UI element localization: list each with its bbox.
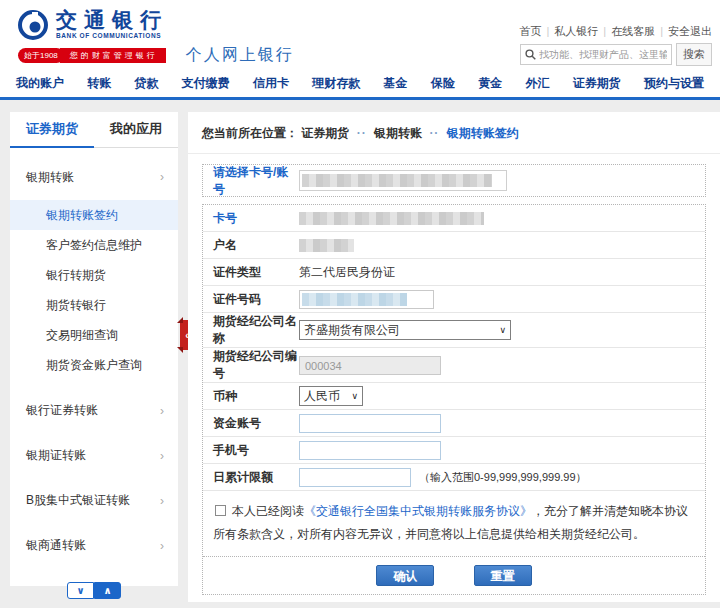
daily-limit-hint: （输入范围0-99,999,999,999.99） xyxy=(419,470,587,485)
agreement-text-before: 本人已经阅读 xyxy=(232,504,304,518)
top-link-private-banking[interactable]: 私人银行 xyxy=(554,25,598,37)
form-row-fund-account: 资金账号 xyxy=(203,410,705,437)
boc-logo-icon xyxy=(18,10,48,40)
sidebar-group-bank-securities-transfer[interactable]: 银行证券转账 › xyxy=(10,388,178,433)
search-button[interactable]: 搜索 xyxy=(676,43,712,66)
dropdown-arrow-icon: ∨ xyxy=(351,391,358,401)
signing-form: 请选择卡号/账号 卡号 户名 证件类型 第二代居民身份证 证件号码 xyxy=(202,164,706,608)
search-placeholder: 找功能、找理财产品、这里输入。 xyxy=(539,48,667,62)
sidebar-item-bank-to-futures[interactable]: 银行转期货 xyxy=(10,260,178,290)
chevron-down-icon[interactable]: ∨ xyxy=(67,582,94,599)
sidebar-tab-securities-futures[interactable]: 证券期货 xyxy=(10,112,94,148)
form-row-mobile-number: 手机号 xyxy=(203,437,705,464)
daily-limit-input[interactable] xyxy=(299,468,411,487)
nav-appointments-settings[interactable]: 预约与设置 xyxy=(644,75,704,92)
card-select-label: 请选择卡号/账号 xyxy=(203,164,299,198)
top-link-home[interactable]: 首页 xyxy=(519,25,541,37)
header: 交通银行 BANK OF COMMUNICATIONS 始于1908 您的财富管… xyxy=(0,0,720,70)
nav-insurance[interactable]: 保险 xyxy=(431,75,455,92)
futures-company-selected: 齐盛期货有限公司 xyxy=(304,322,400,339)
id-type-value: 第二代居民身份证 xyxy=(299,264,395,281)
nav-gold[interactable]: 黄金 xyxy=(478,75,502,92)
chevron-right-icon: › xyxy=(160,170,164,184)
nav-my-accounts[interactable]: 我的账户 xyxy=(16,75,64,92)
redacted-card-number xyxy=(302,174,492,187)
form-row-daily-limit: 日累计限额 （输入范围0-99,999,999,999.99） xyxy=(203,464,705,491)
sidebar: 证券期货 我的应用 银期转账 › 银期转账签约 客户签约信息维护 银行转期货 期… xyxy=(10,112,178,586)
form-table: 卡号 户名 证件类型 第二代居民身份证 证件号码 期货经纪公司名称 xyxy=(202,204,706,595)
form-row-futures-company-code: 期货经纪公司编号 000034 xyxy=(203,348,705,383)
chevron-up-icon[interactable]: ∧ xyxy=(94,582,121,599)
top-link-logout[interactable]: 安全退出 xyxy=(668,25,712,37)
confirm-button[interactable]: 确认 xyxy=(376,565,434,586)
sidebar-item-bank-futures-signing[interactable]: 银期转账签约 xyxy=(10,200,178,230)
nav-forex[interactable]: 外汇 xyxy=(525,75,549,92)
agreement-checkbox[interactable] xyxy=(215,505,226,516)
top-link-online-service[interactable]: 在线客服 xyxy=(611,25,655,37)
breadcrumb-item-securities-futures[interactable]: 证券期货 xyxy=(301,126,349,140)
sidebar-group-bank-futures-securities-transfer[interactable]: 银期证转账 › xyxy=(10,433,178,478)
bank-logo: 交通银行 BANK OF COMMUNICATIONS xyxy=(18,8,168,40)
sidebar-item-transaction-detail-query[interactable]: 交易明细查询 xyxy=(10,320,178,350)
redacted-id-number xyxy=(302,293,407,306)
form-row-card-number: 卡号 xyxy=(203,205,705,232)
chevron-right-icon: › xyxy=(160,449,164,463)
chevron-right-icon: › xyxy=(160,494,164,508)
breadcrumb-item-bank-futures-transfer[interactable]: 银期转账 xyxy=(374,126,422,140)
ribbon-since-1908: 始于1908 xyxy=(18,48,64,63)
nav-payments[interactable]: 支付缴费 xyxy=(182,75,230,92)
search-icon xyxy=(525,49,536,60)
reset-button[interactable]: 重置 xyxy=(474,565,532,586)
nav-wealth-deposits[interactable]: 理财存款 xyxy=(312,75,360,92)
chevron-right-icon: › xyxy=(160,404,164,418)
search-input[interactable]: 找功能、找理财产品、这里输入。 xyxy=(520,44,672,65)
redacted-card-number-value xyxy=(299,212,484,225)
brand-ribbon: 始于1908 您的财富管理银行 个人网上银行 xyxy=(18,45,294,66)
breadcrumb-item-current: 银期转账签约 xyxy=(447,126,519,140)
nav-funds[interactable]: 基金 xyxy=(384,75,408,92)
fund-account-input[interactable] xyxy=(299,414,441,433)
breadcrumb-separator: ·· xyxy=(357,126,367,140)
sidebar-group-bank-futures-transfer[interactable]: 银期转账 › xyxy=(10,158,178,196)
main-panel: 您当前所在位置： 证券期货 ·· 银期转账 ·· 银期转账签约 请选择卡号/账号… xyxy=(188,112,720,602)
redacted-account-name xyxy=(299,239,354,252)
portal-title: 个人网上银行 xyxy=(186,45,294,66)
sidebar-tab-my-apps[interactable]: 我的应用 xyxy=(94,112,178,148)
main-nav: 我的账户 转账 贷款 支付缴费 信用卡 理财存款 基金 保险 黄金 外汇 证券期… xyxy=(0,70,720,100)
nav-transfer[interactable]: 转账 xyxy=(87,75,111,92)
sidebar-item-customer-signing-info[interactable]: 客户签约信息维护 xyxy=(10,230,178,260)
form-actions: 确认 重置 xyxy=(203,556,705,594)
form-row-id-number: 证件号码 xyxy=(203,286,705,313)
agreement-section: 本人已经阅读《交通银行全国集中式银期转账服务协议》，充分了解并清楚知晓本协议所有… xyxy=(203,491,705,556)
card-number-select[interactable] xyxy=(299,170,507,191)
sidebar-group-yinshangtong-transfer[interactable]: 银商通转账 › xyxy=(10,523,178,568)
card-select-row: 请选择卡号/账号 xyxy=(202,164,706,197)
dropdown-arrow-icon: ∨ xyxy=(499,325,506,335)
futures-company-code-input: 000034 xyxy=(299,356,441,375)
form-row-currency: 币种 人民币 ∨ xyxy=(203,383,705,410)
form-row-id-type: 证件类型 第二代居民身份证 xyxy=(203,259,705,286)
agreement-link[interactable]: 《交通银行全国集中式银期转账服务协议》 xyxy=(304,504,532,518)
form-row-account-name: 户名 xyxy=(203,232,705,259)
bank-name-cn: 交通银行 xyxy=(56,8,168,32)
sidebar-item-futures-to-bank[interactable]: 期货转银行 xyxy=(10,290,178,320)
id-number-input[interactable] xyxy=(299,290,434,309)
sidebar-group-b-share-centralized-transfer[interactable]: B股集中式银证转账 › xyxy=(10,478,178,523)
nav-credit-card[interactable]: 信用卡 xyxy=(253,75,289,92)
futures-company-select[interactable]: 齐盛期货有限公司 ∨ xyxy=(299,320,511,340)
nav-securities-futures[interactable]: 证券期货 xyxy=(573,75,621,92)
breadcrumb-separator: ·· xyxy=(429,126,439,140)
mobile-number-input[interactable] xyxy=(299,441,441,460)
breadcrumb: 您当前所在位置： 证券期货 ·· 银期转账 ·· 银期转账签约 xyxy=(188,112,720,154)
bank-name-en: BANK OF COMMUNICATIONS xyxy=(56,32,168,39)
nav-loans[interactable]: 贷款 xyxy=(135,75,159,92)
top-links: 首页|私人银行|在线客服|安全退出 xyxy=(519,24,712,39)
chevron-right-icon: › xyxy=(160,539,164,553)
currency-selected: 人民币 xyxy=(304,388,340,405)
currency-select[interactable]: 人民币 ∨ xyxy=(299,386,363,406)
form-row-futures-company-name: 期货经纪公司名称 齐盛期货有限公司 ∨ xyxy=(203,313,705,348)
sidebar-item-futures-fund-account-query[interactable]: 期货资金账户查询 xyxy=(10,350,178,380)
breadcrumb-prefix: 您当前所在位置： xyxy=(202,126,298,140)
search-area: 找功能、找理财产品、这里输入。 搜索 xyxy=(520,43,712,66)
ribbon-slogan: 您的财富管理银行 xyxy=(60,48,166,63)
